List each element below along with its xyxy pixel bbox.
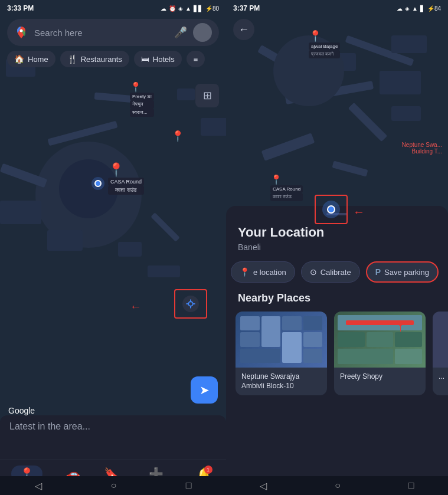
shop-header — [338, 315, 422, 330]
nearby-card-preety[interactable]: Preety Shopy — [334, 312, 426, 395]
preety-swaraj: स्वराज... — [130, 109, 154, 117]
loc-dot-outer — [322, 201, 340, 218]
block2 — [261, 316, 281, 347]
status-bar-right: 3:37 PM ☁ ◈ ▲ ▋ ⚡84 — [226, 0, 448, 17]
navigate-btn[interactable]: ➤ — [191, 376, 218, 404]
shop-visual — [334, 312, 426, 368]
latest-text: Latest in the area... — [9, 421, 90, 431]
user-avatar[interactable] — [193, 23, 212, 42]
red-pin-marker: 📍 — [171, 130, 184, 143]
neptune-card-img — [236, 312, 327, 368]
third-card-img — [433, 312, 448, 368]
time-left: 3:33 PM — [7, 4, 34, 12]
calibrate-icon: ⊙ — [310, 267, 317, 277]
restaurants-btn[interactable]: 🍴 Restaurants — [60, 51, 129, 67]
block5 — [240, 332, 260, 346]
third-card-label: ... — [433, 368, 448, 386]
your-location-title: Your Location — [226, 225, 448, 240]
building-visual — [236, 312, 327, 368]
arrow-to-location-box: ← — [353, 205, 365, 219]
location-subtitle: Baneli — [226, 242, 448, 252]
action-chips-row: 📍 e location ⊙ Calibrate P Save parking — [226, 261, 448, 292]
save-parking-label: Save parking — [384, 268, 429, 277]
neptune-card-label: Neptune Swarajya Ambivli Block-10 — [236, 368, 327, 395]
back-btn-sys-left[interactable]: ◁ — [35, 480, 42, 491]
search-input[interactable]: Search here — [34, 28, 168, 38]
casa-round-label: CASA Round — [108, 178, 144, 186]
shop-b4 — [338, 349, 393, 364]
crosshair-box — [174, 289, 207, 319]
preety-s-sub: नेपचून — [130, 100, 154, 109]
shop-b5 — [395, 349, 422, 364]
home-icon: 🏠 — [14, 54, 24, 64]
casa-round-marker: 📍 CASA Round काशा राउंड — [108, 162, 144, 195]
status-icons-right: ☁ ◈ ▲ ▋ ⚡84 — [397, 5, 441, 12]
location-dot-inner — [94, 180, 102, 187]
right-panel: 3:37 PM ☁ ◈ ▲ ▋ ⚡84 ← 📍 ajwal Bajage प्र… — [226, 0, 448, 495]
lte-icon-r: ▲ — [412, 5, 418, 12]
crosshair-btn[interactable] — [182, 296, 199, 312]
back-btn-sys-right[interactable]: ◁ — [260, 480, 267, 491]
home-btn-sys-right[interactable]: ○ — [335, 480, 341, 491]
parking-icon: P — [375, 267, 381, 277]
home-btn[interactable]: 🏠 Home — [7, 51, 55, 67]
neptune-text-1: Neptune Swa... — [402, 142, 442, 148]
signal-icon: ▋▋ — [194, 5, 203, 12]
casa-round-right-marker: 📍 CASA Round काशा राउंड — [270, 174, 303, 201]
share-location-icon: 📍 — [240, 267, 250, 277]
calibrate-chip[interactable]: ⊙ Calibrate — [301, 261, 360, 283]
red-pin-icon: 📍 — [171, 130, 184, 142]
restaurants-icon: 🍴 — [67, 54, 77, 64]
recent-btn-sys-right[interactable]: □ — [408, 480, 414, 491]
search-bar[interactable]: Search here 🎤 — [7, 19, 219, 46]
alarm-icon: ⏰ — [169, 5, 176, 12]
preety-s-marker: 📍 Preety S! नेपचून स्वराज... — [130, 81, 154, 117]
block8 — [240, 349, 280, 363]
block3 — [282, 316, 302, 330]
layer-toggle-btn[interactable]: ⊞ — [195, 84, 219, 107]
casa-pin-icon: 📍 — [108, 162, 144, 178]
home-btn-sys-left[interactable]: ○ — [111, 480, 117, 491]
status-icons-left: ☁ ⏰ ◈ ▲ ▋▋ ⚡80 — [161, 5, 219, 12]
svg-point-0 — [20, 29, 23, 32]
ajwal-sub-label: प्रजवल बजगे — [309, 50, 340, 58]
ajwal-pin-icon: 📍 — [309, 29, 340, 42]
quick-actions-bar: 🏠 Home 🍴 Restaurants 🛏 Hotels ≡ — [7, 51, 205, 67]
preety-card-img — [334, 312, 426, 368]
hotels-btn[interactable]: 🛏 Hotels — [134, 51, 182, 67]
more-icon: ≡ — [194, 55, 198, 64]
mic-icon[interactable]: 🎤 — [174, 26, 187, 39]
nearby-card-neptune[interactable]: Neptune Swarajya Ambivli Block-10 — [236, 312, 327, 395]
save-parking-chip[interactable]: P Save parking — [366, 261, 439, 283]
neptune-text-2: Building T... — [402, 148, 442, 155]
casa-sub-right: काशा राउंड — [270, 193, 303, 201]
google-maps-logo — [14, 25, 28, 40]
shop-b2 — [367, 332, 394, 348]
loc-dot-inner — [327, 205, 335, 214]
block6 — [282, 332, 302, 363]
location-dot-outer — [91, 177, 104, 190]
share-location-label: e location — [253, 268, 286, 277]
share-location-chip[interactable]: 📍 e location — [231, 261, 295, 283]
block9 — [303, 349, 323, 363]
preety-s-label: Preety S! — [130, 93, 154, 100]
cloud-icon: ☁ — [161, 5, 166, 12]
nearby-card-third[interactable]: ... — [433, 312, 448, 395]
back-button[interactable]: ← — [233, 19, 254, 40]
navigate-icon: ➤ — [200, 383, 210, 397]
hotels-label: Hotels — [153, 55, 175, 64]
casa-right-pin: 📍 — [270, 174, 303, 185]
left-panel: 3:33 PM ☁ ⏰ ◈ ▲ ▋▋ ⚡80 Search here 🎤 🏠 H… — [0, 0, 226, 495]
shop-b1 — [338, 332, 365, 348]
battery-icon-r: ⚡84 — [427, 5, 441, 12]
block4 — [303, 316, 323, 330]
cloud-icon-r: ☁ — [397, 5, 403, 12]
block1 — [240, 316, 260, 330]
more-btn[interactable]: ≡ — [187, 51, 205, 67]
bt-icon-r: ◈ — [405, 5, 410, 12]
neptune-label: Neptune Swa... Building T... — [402, 142, 442, 155]
sys-nav-left: ◁ ○ □ — [0, 476, 226, 495]
home-label: Home — [28, 55, 48, 64]
ajwal-label: ajwal Bajage — [309, 42, 340, 50]
recent-btn-sys-left[interactable]: □ — [186, 480, 192, 491]
